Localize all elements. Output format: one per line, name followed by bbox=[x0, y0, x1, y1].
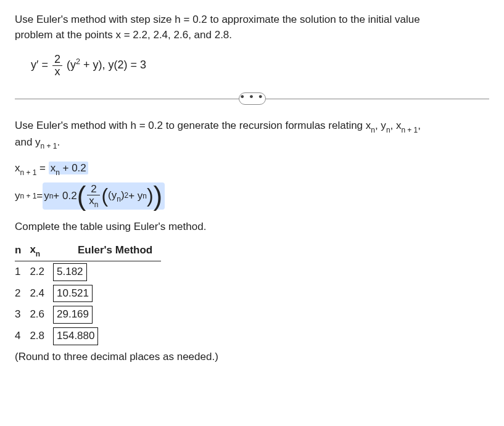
right-paren-icon: ) bbox=[147, 187, 154, 205]
problem-line2: problem at the points x = 2.2, 2.4, 2.6,… bbox=[15, 29, 232, 41]
table-row: 3 2.6 29.169 bbox=[15, 304, 161, 326]
table-row: 1 2.2 5.182 bbox=[15, 261, 161, 283]
left-bracket-icon: ( bbox=[77, 184, 86, 208]
expand-button[interactable]: • • • bbox=[239, 92, 266, 105]
rounding-note: (Round to three decimal places as needed… bbox=[15, 350, 489, 365]
euler-table: n xn Euler's Method 1 2.2 5.182 2 2.4 10… bbox=[15, 240, 161, 346]
eq-rhs1: (y bbox=[67, 59, 76, 71]
col-xn: xn bbox=[30, 240, 53, 261]
eq-rhs2: + y), y(2) = 3 bbox=[80, 59, 146, 71]
table-row: 2 2.4 10.521 bbox=[15, 283, 161, 305]
table-prompt: Complete the table using Euler's method. bbox=[15, 219, 489, 235]
euler-answer-input[interactable]: 29.169 bbox=[53, 306, 93, 324]
answer-highlight-y: yn + 0.2 ( 2 xn ( (yn)2 + yn ) ) bbox=[43, 182, 165, 210]
problem-statement: Use Euler's method with step size h = 0.… bbox=[15, 12, 489, 43]
answer-highlight-x: xn + 0.2 bbox=[49, 162, 88, 174]
recursion-y-fraction: 2 xn bbox=[87, 184, 100, 208]
col-n: n bbox=[15, 240, 30, 261]
ellipsis-icon: • • • bbox=[241, 89, 263, 105]
divider-row: • • • bbox=[15, 92, 489, 105]
right-bracket-icon: ) bbox=[154, 184, 163, 208]
recursion-y: yn + 1 = yn + 0.2 ( 2 xn ( (yn)2 + yn ) … bbox=[15, 182, 489, 210]
eq-fraction: 2 x bbox=[52, 54, 62, 78]
euler-answer-input[interactable]: 10.521 bbox=[53, 285, 93, 303]
eq-sup2: 2 bbox=[76, 57, 80, 66]
eq-frac-num: 2 bbox=[52, 54, 62, 66]
col-euler: Euler's Method bbox=[53, 240, 161, 261]
problem-line1: Use Euler's method with step size h = 0.… bbox=[15, 14, 420, 25]
eq-frac-den: x bbox=[52, 66, 62, 78]
euler-answer-input[interactable]: 154.880 bbox=[53, 327, 98, 345]
instruction-text: Use Euler's method with h = 0.2 to gener… bbox=[15, 118, 489, 151]
euler-answer-input[interactable]: 5.182 bbox=[53, 263, 87, 281]
recursion-x: xn + 1 = xn + 0.2 bbox=[15, 161, 489, 178]
eq-lhs: y′ = bbox=[31, 59, 51, 71]
table-row: 4 2.8 154.880 bbox=[15, 326, 161, 347]
ode-equation: y′ = 2 x (y2 + y), y(2) = 3 bbox=[31, 54, 489, 78]
left-paren-icon: ( bbox=[101, 187, 108, 205]
